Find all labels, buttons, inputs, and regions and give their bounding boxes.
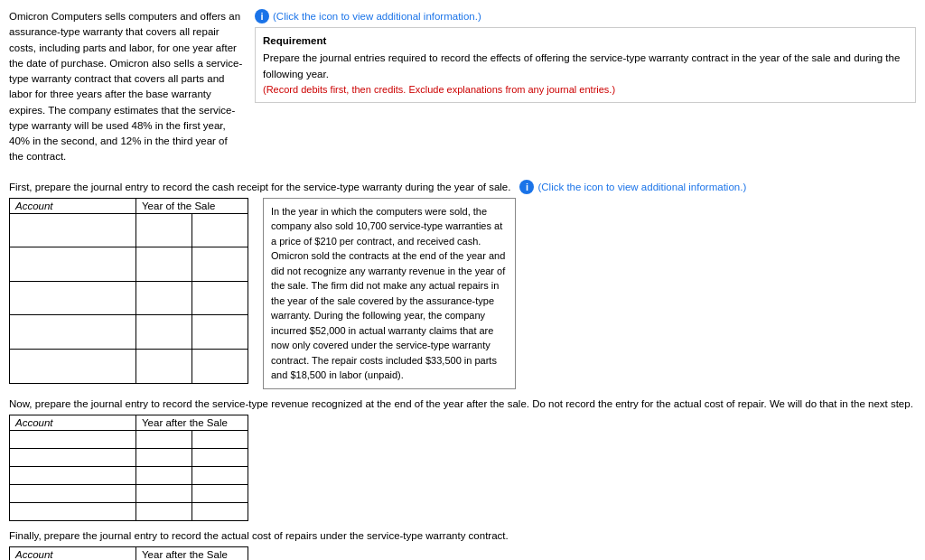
additional-info-text: In the year in which the computers were … bbox=[271, 204, 508, 383]
table3-account-header: Account bbox=[10, 546, 136, 560]
red-note: (Record debits first, then credits. Excl… bbox=[263, 82, 908, 98]
t2-r2-credit[interactable] bbox=[192, 449, 248, 466]
section2: Now, prepare the journal entry to record… bbox=[9, 397, 916, 521]
journal-table-1: Account Year of the Sale bbox=[9, 198, 248, 384]
t2-r4-debit[interactable] bbox=[136, 485, 192, 502]
section1-text: First, prepare the journal entry to reco… bbox=[9, 180, 510, 194]
additional-info-box: In the year in which the computers were … bbox=[263, 198, 516, 389]
t2-r5-credit[interactable] bbox=[192, 503, 248, 520]
t2-r1-account[interactable] bbox=[10, 431, 135, 448]
t1-r2-credit[interactable] bbox=[192, 247, 248, 281]
journal-table-2: Account Year after the Sale bbox=[9, 415, 248, 521]
section2-text: Now, prepare the journal entry to record… bbox=[9, 397, 916, 411]
table2-year-header: Year after the Sale bbox=[136, 415, 248, 430]
t2-r5-account[interactable] bbox=[10, 503, 135, 520]
t1-r4-account[interactable] bbox=[10, 315, 135, 349]
section1-info-label: (Click the icon to view additional infor… bbox=[537, 182, 746, 192]
table-row bbox=[10, 430, 248, 448]
table-row bbox=[10, 502, 248, 520]
info-click-label: (Click the icon to view additional infor… bbox=[273, 11, 481, 22]
requirement-text: Prepare the journal entries required to … bbox=[263, 51, 908, 82]
t1-r5-credit[interactable] bbox=[192, 350, 248, 383]
t2-r3-account[interactable] bbox=[10, 467, 135, 484]
t2-r4-account[interactable] bbox=[10, 485, 135, 502]
table-row bbox=[10, 247, 248, 282]
table-row bbox=[10, 448, 248, 466]
t2-r1-debit[interactable] bbox=[136, 431, 192, 448]
t2-r5-debit[interactable] bbox=[136, 503, 192, 520]
t1-r3-credit[interactable] bbox=[192, 282, 248, 315]
table-row bbox=[10, 466, 248, 484]
t2-r1-credit[interactable] bbox=[192, 431, 248, 448]
requirement-box: Requirement Prepare the journal entries … bbox=[255, 27, 916, 103]
t1-r4-credit[interactable] bbox=[192, 315, 248, 349]
table2-account-header: Account bbox=[10, 415, 136, 430]
t1-r3-debit[interactable] bbox=[136, 282, 192, 315]
section3-text: Finally, prepare the journal entry to re… bbox=[9, 528, 916, 543]
info-icon-top[interactable]: i bbox=[255, 9, 269, 23]
journal-table-3: Account Year after the Sale bbox=[9, 546, 248, 560]
table3-year-header: Year after the Sale bbox=[136, 546, 248, 560]
t1-r4-debit[interactable] bbox=[136, 315, 192, 349]
t2-r2-account[interactable] bbox=[10, 449, 135, 466]
problem-text: Omicron Computers sells computers and of… bbox=[9, 9, 244, 165]
t2-r3-debit[interactable] bbox=[136, 467, 192, 484]
info-click-section1[interactable]: i (Click the icon to view additional inf… bbox=[519, 180, 746, 194]
t1-r1-debit[interactable] bbox=[136, 214, 192, 247]
t1-r2-debit[interactable] bbox=[136, 247, 192, 281]
t2-r4-credit[interactable] bbox=[192, 485, 248, 502]
right-panel: i (Click the icon to view additional inf… bbox=[255, 9, 916, 165]
t2-r3-credit[interactable] bbox=[192, 467, 248, 484]
table-row bbox=[10, 349, 248, 383]
table-row bbox=[10, 281, 248, 315]
table-row bbox=[10, 484, 248, 502]
table1-year-header: Year of the Sale bbox=[136, 198, 248, 213]
section1-label: First, prepare the journal entry to reco… bbox=[9, 182, 510, 192]
t1-r3-account[interactable] bbox=[10, 282, 135, 315]
section1: First, prepare the journal entry to reco… bbox=[9, 173, 916, 389]
t1-r5-debit[interactable] bbox=[136, 350, 192, 383]
t1-r1-account[interactable] bbox=[10, 214, 135, 247]
requirement-title: Requirement bbox=[263, 33, 908, 49]
info-click-top[interactable]: i (Click the icon to view additional inf… bbox=[255, 9, 916, 23]
t1-r2-account[interactable] bbox=[10, 247, 135, 281]
info-icon-section1[interactable]: i bbox=[519, 180, 534, 194]
table1-account-header: Account bbox=[10, 198, 136, 213]
table-row bbox=[10, 213, 248, 247]
t2-r2-debit[interactable] bbox=[136, 449, 192, 466]
problem-description: Omicron Computers sells computers and of… bbox=[9, 9, 244, 165]
t1-r1-credit[interactable] bbox=[192, 214, 248, 247]
table-row bbox=[10, 315, 248, 350]
t1-r5-account[interactable] bbox=[10, 350, 135, 383]
section3: Finally, prepare the journal entry to re… bbox=[9, 528, 916, 560]
